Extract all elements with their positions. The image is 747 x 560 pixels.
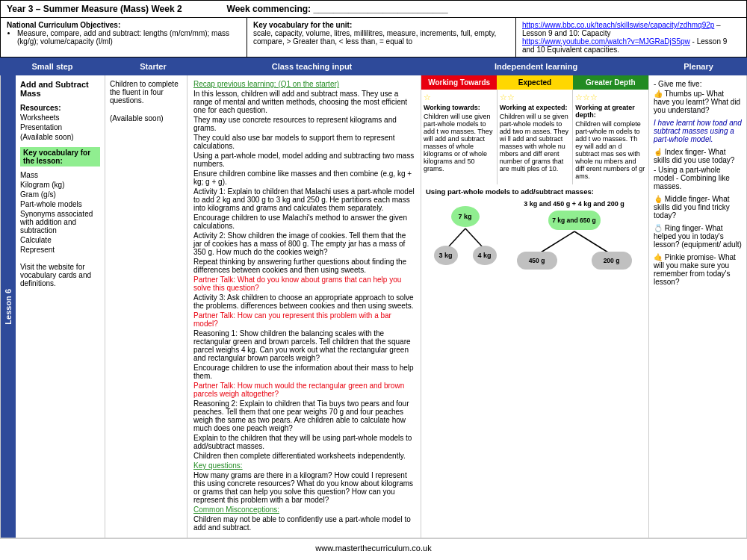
link2[interactable]: https://www.youtube.com/watch?v=MJGRaDjS… <box>522 37 690 46</box>
vocabulary-title: Key vocabulary for the unit: <box>253 21 352 29</box>
plenary-index: ☝ Index finger- What skills did you use … <box>654 148 742 190</box>
ex-text: Children will u se given part-whole mode… <box>500 113 571 172</box>
col-header-plenary: Plenary <box>650 57 747 75</box>
plenary-middle: 🖕 Middle finger- What skills did you fin… <box>654 195 742 220</box>
week-commencing-label: Week commencing: <box>227 4 311 14</box>
activity2: Activity 2: Show children the image of c… <box>193 231 415 256</box>
svg-line-1 <box>465 228 483 248</box>
website-note: Visit the website for vocabulary cards a… <box>20 263 100 287</box>
resources-section: Resources: Worksheets Presentation <box>20 104 100 131</box>
plenary-intro: - Give me five: <box>654 80 742 88</box>
activity1: Activity 1: Explain to children that Mal… <box>193 187 415 212</box>
pwm1-bl: 3 kg <box>434 246 458 265</box>
greater-depth-header: Greater Depth <box>573 75 648 90</box>
pwm1-br: 4 kg <box>473 246 497 265</box>
vocab-gram: Gram (g/s) <box>20 190 100 199</box>
vocab-calculate: Calculate <box>20 236 100 244</box>
vocab-synonyms: Synonyms associated with addition and su… <box>20 210 100 234</box>
part-whole-label: Using part-whole models to add/subtract … <box>426 187 644 196</box>
pwm1-top: 7 kg <box>451 206 480 227</box>
vocab-represent: Represent <box>20 246 100 254</box>
body5: Ensure children combine like masses and … <box>193 169 415 186</box>
expected-header: Expected <box>497 75 572 90</box>
recap-heading: Recap previous learning: (Q1 on the star… <box>193 80 415 88</box>
available-soon-small: (Available soon) <box>20 133 100 141</box>
col-header-independent: Independent learning <box>422 57 650 75</box>
objectives-list: Measure, compare, add and subtract: leng… <box>17 29 241 46</box>
col-header-small-step: Small step <box>0 57 105 75</box>
misconceptions-label: Common Misconceptions: <box>193 505 415 514</box>
footer-website: www.masterthecurriculum.co.uk <box>315 544 431 553</box>
key-questions-label: Key questions: <box>193 461 415 470</box>
reasoning2: Reasoning 2: Explain to children that Ti… <box>193 399 415 432</box>
wt-column: ☆ Working towards: Children will use giv… <box>421 90 498 184</box>
key-questions-text: How many grams are there in a kilogram? … <box>193 471 415 504</box>
key-vocab-box: Key vocabulary for the lesson: <box>20 147 100 167</box>
col-header-class-input: Class teaching input <box>202 57 422 75</box>
body2: They may use concrete resources to repre… <box>193 116 415 132</box>
partner-talk3: Partner Talk: How much would the rectang… <box>193 382 415 398</box>
links-box: https://www.bbc.co.uk/teach/skillswise/c… <box>516 18 746 57</box>
wt-stars: ☆ <box>424 93 495 102</box>
starter-content: Children to complete the fluent in four … <box>105 75 187 538</box>
ex-label: Working at expected: <box>500 104 568 111</box>
class-input-content: Recap previous learning: (Q1 on the star… <box>187 75 421 538</box>
independent-note: Children then complete differentiated wo… <box>193 452 415 460</box>
plenary-pinkie: 🤙 Pinkie promise- What will you make sur… <box>654 253 742 286</box>
working-towards-header: Working Towards <box>421 75 497 90</box>
week-commencing-line: ___________________________ <box>313 4 447 14</box>
ring-finger: 💍 Ring finger- What helped you in today'… <box>654 224 742 249</box>
small-step-content: Add and Subtract Mass Resources: Workshe… <box>16 75 105 538</box>
encourage1: Encourage children to use Malachi's meth… <box>193 214 415 230</box>
pinkie-promise: 🤙 Pinkie promise- What will you make sur… <box>654 253 742 286</box>
vocabulary-box: Key vocabulary for the unit: scale, capa… <box>247 18 516 57</box>
thumbs-text: 👍 Thumbs up- What have you learnt? What … <box>654 90 742 114</box>
reasoning1: Reasoning 1: Show children the balancing… <box>193 329 415 362</box>
body4: Using a part-whole model, model adding a… <box>193 152 415 168</box>
pwm2-label: 3 kg and 450 g + 4 kg and 200 g <box>524 200 624 208</box>
small-step-title: Add and Subtract Mass <box>20 80 100 98</box>
link1[interactable]: https://www.bbc.co.uk/teach/skillswise/c… <box>522 21 714 29</box>
vocabulary-text: scale, capacity, volume, litres, millili… <box>253 29 496 46</box>
page: Year 3 – Summer Measure (Mass) Week 2 We… <box>0 0 747 557</box>
gd-stars: ☆☆☆ <box>575 93 646 102</box>
objectives-bullet: Measure, compare, add and subtract: leng… <box>17 29 241 46</box>
wt-text: Children will use given part-whole model… <box>424 113 495 172</box>
plenary-content: - Give me five: 👍 Thumbs up- What have y… <box>649 75 746 538</box>
middle-finger: 🖕 Middle finger- What skills did you fin… <box>654 195 742 220</box>
vocab-pwm: Part-whole models <box>20 200 100 208</box>
pwm2-br: 200 g <box>592 252 632 270</box>
starter-available: (Available soon) <box>110 114 182 122</box>
body3: They could also use bar models to suppor… <box>193 134 415 150</box>
vocab-kg: Kilogram (kg) <box>20 181 100 189</box>
col-header-starter: Starter <box>105 57 202 75</box>
independent-columns: ☆ Working towards: Children will use giv… <box>421 90 648 184</box>
pwm-diagram-1: 7 kg 3 kg 4 kg <box>433 205 498 268</box>
pwm2-top: 7 kg and 650 g <box>548 211 601 230</box>
ex-stars: ☆☆ <box>500 93 571 102</box>
index-text: - Using a part-whole model - Combining l… <box>654 166 742 190</box>
objectives-box: National Curriculum Objectives: Measure,… <box>1 18 247 57</box>
misconceptions-text: Children may not be able to confidently … <box>193 515 415 532</box>
objectives-title: National Curriculum Objectives: <box>7 21 120 29</box>
resources-presentation: Presentation <box>20 123 100 131</box>
index-finger: ☝ Index finger- What skills did you use … <box>654 148 742 164</box>
encourage2: Encourage children to use the informatio… <box>193 364 415 380</box>
lesson-label-col: Lesson 6 <box>1 75 16 538</box>
repeat: Repeat thinking by answering further que… <box>193 258 415 274</box>
gd-label: Working at greater depth: <box>575 104 634 119</box>
column-headers: Small step Starter Class teaching input … <box>0 57 747 75</box>
vocab-mass: Mass <box>20 171 100 179</box>
header: Year 3 – Summer Measure (Mass) Week 2 We… <box>0 0 747 18</box>
gd-column: ☆☆☆ Working at greater depth: Children w… <box>573 90 648 184</box>
ex-column: ☆☆ Working at expected: Children will u … <box>498 90 574 184</box>
starter-text: Children to complete the fluent in four … <box>110 80 182 105</box>
resources-worksheets: Worksheets <box>20 113 100 122</box>
objectives-row: National Curriculum Objectives: Measure,… <box>0 18 747 57</box>
pwm2-bl: 450 g <box>517 252 557 270</box>
svg-line-2 <box>541 231 574 252</box>
plenary-thumbs: 👍 Thumbs up- What have you learnt? What … <box>654 90 742 114</box>
learnt-text: I have learnt how toad and subtract mass… <box>654 119 742 143</box>
part-whole-section: Using part-whole models to add/subtract … <box>421 184 648 276</box>
vocab-list: Mass Kilogram (kg) Gram (g/s) Part-whole… <box>20 171 100 254</box>
